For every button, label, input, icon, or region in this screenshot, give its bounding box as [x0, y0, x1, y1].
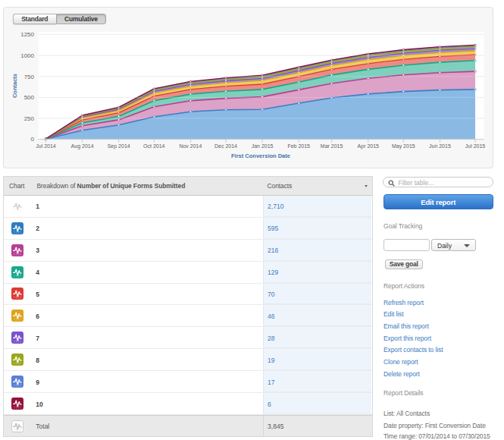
svg-text:0: 0: [31, 136, 35, 143]
svg-text:1000: 1000: [20, 52, 34, 59]
svg-text:Mar 2015: Mar 2015: [321, 143, 343, 149]
svg-text:Jan 2015: Jan 2015: [252, 143, 274, 149]
svg-text:Contacts: Contacts: [11, 74, 18, 98]
svg-text:250: 250: [24, 115, 35, 122]
svg-text:Sep 2014: Sep 2014: [108, 143, 130, 149]
svg-text:Feb 2015: Feb 2015: [287, 143, 310, 149]
svg-text:Aug 2014: Aug 2014: [71, 143, 94, 149]
svg-text:May 2015: May 2015: [392, 143, 415, 149]
svg-text:Jul 2015: Jul 2015: [465, 143, 486, 149]
svg-text:First Conversion Date: First Conversion Date: [231, 152, 290, 159]
svg-text:Oct 2014: Oct 2014: [143, 143, 165, 149]
svg-text:Nov 2014: Nov 2014: [179, 143, 202, 149]
svg-text:750: 750: [24, 74, 35, 80]
svg-text:500: 500: [24, 94, 35, 101]
svg-text:1250: 1250: [20, 31, 34, 38]
svg-text:Jul 2014: Jul 2014: [36, 143, 56, 149]
svg-text:Jun 2015: Jun 2015: [429, 143, 451, 149]
svg-text:Dec 2014: Dec 2014: [214, 143, 237, 149]
svg-text:Apr 2015: Apr 2015: [358, 143, 380, 149]
